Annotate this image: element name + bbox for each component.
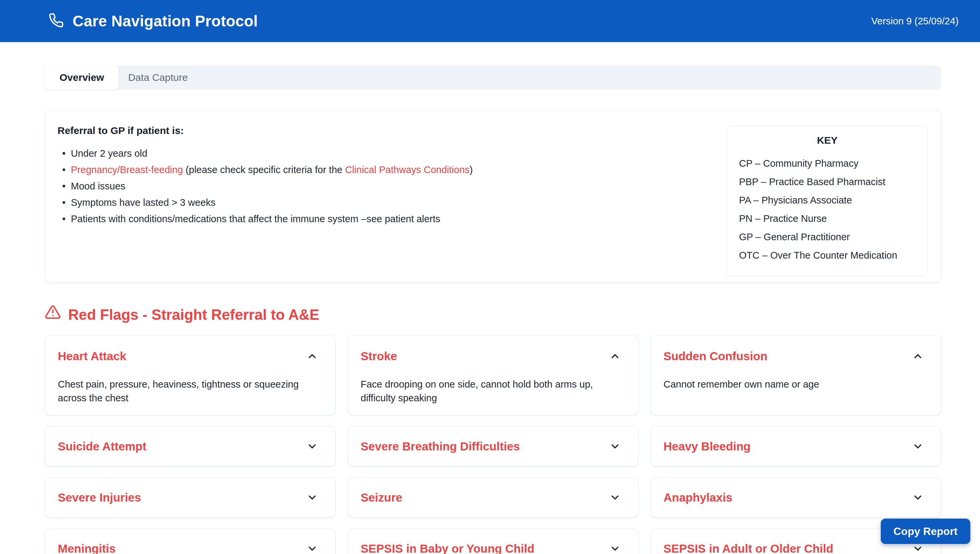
red-flags-heading-text: Red Flags - Straight Referral to A&E	[68, 305, 319, 325]
chevron-down-icon[interactable]	[609, 492, 621, 503]
key-item-list: CP – Community Pharmacy PBP – Practice B…	[739, 154, 927, 265]
red-flags-grid: Heart Attack Chest pain, pressure, heavi…	[45, 335, 941, 554]
card-title: Severe Breathing Difficulties	[361, 439, 520, 454]
referral-bullet: Under 2 years old	[57, 145, 473, 162]
phone-icon	[48, 13, 64, 29]
chevron-down-icon[interactable]	[306, 492, 318, 503]
card-description: Cannot remember own name or age	[663, 377, 924, 391]
red-flag-card-meningitis[interactable]: Meningitis	[45, 529, 336, 554]
clinical-pathways-link[interactable]: Clinical Pathways Conditions	[345, 164, 469, 175]
referral-bullet: Mood issues	[57, 178, 473, 194]
referral-bullet-list: Under 2 years old Pregnancy/Breast-feedi…	[57, 145, 473, 227]
card-toggle[interactable]: Seizure	[361, 490, 621, 505]
card-title: Meningitis	[58, 541, 116, 554]
red-flag-card-anaphylaxis[interactable]: Anaphylaxis	[650, 478, 941, 517]
version-label: Version 9 (25/09/24)	[872, 16, 959, 27]
referral-bullet: Pregnancy/Breast-feeding (please check s…	[57, 162, 473, 178]
card-title: Heart Attack	[58, 349, 126, 363]
key-item: OTC – Over The Counter Medication	[739, 246, 927, 265]
chevron-down-icon[interactable]	[609, 543, 621, 554]
tab-overview[interactable]: Overview	[45, 65, 119, 89]
card-toggle[interactable]: Suicide Attempt	[58, 439, 318, 454]
warning-icon	[45, 304, 61, 325]
tab-bar: Overview Data Capture	[45, 65, 941, 89]
chevron-up-icon[interactable]	[306, 350, 318, 362]
card-title: Heavy Bleeding	[663, 439, 751, 454]
key-box: KEY CP – Community Pharmacy PBP – Practi…	[727, 126, 927, 276]
card-toggle[interactable]: Stroke	[361, 349, 621, 363]
card-toggle[interactable]: SEPSIS in Baby or Young Child	[361, 541, 621, 554]
chevron-down-icon[interactable]	[912, 543, 924, 554]
referral-bullet: Patients with conditions/medications tha…	[57, 211, 473, 227]
card-title: Suicide Attempt	[58, 439, 147, 454]
key-item: PN – Practice Nurse	[739, 210, 927, 228]
referral-card: Referral to GP if patient is: Under 2 ye…	[45, 110, 941, 283]
card-toggle[interactable]: Sudden Confusion	[663, 349, 924, 363]
chevron-down-icon[interactable]	[912, 492, 924, 503]
red-flag-card-heart-attack[interactable]: Heart Attack Chest pain, pressure, heavi…	[45, 335, 336, 416]
red-flag-card-sudden-confusion[interactable]: Sudden Confusion Cannot remember own nam…	[650, 335, 941, 416]
bullet-text: Symptoms have lasted > 3 weeks	[71, 197, 215, 208]
card-toggle[interactable]: Heavy Bleeding	[663, 439, 924, 454]
card-title: Seizure	[361, 490, 402, 505]
red-flag-card-suicide-attempt[interactable]: Suicide Attempt	[45, 427, 336, 466]
chevron-down-icon[interactable]	[912, 441, 924, 452]
red-flag-card-sepsis-baby[interactable]: SEPSIS in Baby or Young Child	[347, 529, 638, 554]
bullet-text: Patients with conditions/medications tha…	[71, 213, 440, 224]
referral-heading: Referral to GP if patient is:	[57, 125, 473, 137]
bullet-text: (please check specific criteria for the	[183, 164, 345, 175]
card-toggle[interactable]: Severe Breathing Difficulties	[361, 439, 621, 454]
bullet-text: Mood issues	[71, 181, 125, 191]
page-title: Care Navigation Protocol	[73, 12, 258, 30]
bullet-text: )	[470, 164, 473, 175]
chevron-up-icon[interactable]	[609, 350, 621, 362]
card-toggle[interactable]: Heart Attack	[58, 349, 318, 363]
tab-data-capture[interactable]: Data Capture	[119, 65, 197, 89]
card-title: Sudden Confusion	[663, 349, 767, 363]
red-flag-card-seizure[interactable]: Seizure	[347, 478, 638, 517]
app-header: Care Navigation Protocol Version 9 (25/0…	[0, 0, 980, 42]
card-title: SEPSIS in Adult or Older Child	[663, 541, 833, 554]
key-heading: KEY	[739, 134, 915, 146]
key-item: GP – General Practitioner	[739, 228, 927, 246]
pregnancy-link[interactable]: Pregnancy/Breast-feeding	[71, 164, 183, 175]
referral-bullet: Symptoms have lasted > 3 weeks	[57, 194, 473, 211]
card-toggle[interactable]: Severe Injuries	[58, 490, 318, 505]
chevron-down-icon[interactable]	[306, 543, 318, 554]
key-item: PA – Physicians Associate	[739, 191, 927, 210]
key-item: PBP – Practice Based Pharmacist	[739, 173, 927, 191]
card-title: Stroke	[361, 349, 397, 363]
card-title: Anaphylaxis	[663, 490, 732, 505]
card-title: SEPSIS in Baby or Young Child	[361, 541, 534, 554]
red-flag-card-stroke[interactable]: Stroke Face drooping on one side, cannot…	[347, 335, 638, 416]
chevron-down-icon[interactable]	[306, 441, 318, 452]
chevron-up-icon[interactable]	[912, 350, 924, 362]
red-flag-card-heavy-bleeding[interactable]: Heavy Bleeding	[650, 427, 941, 466]
copy-report-button[interactable]: Copy Report	[881, 519, 970, 544]
red-flag-card-severe-injuries[interactable]: Severe Injuries	[45, 478, 336, 517]
card-description: Chest pain, pressure, heaviness, tightne…	[58, 377, 318, 405]
card-title: Severe Injuries	[58, 490, 141, 505]
red-flag-card-severe-breathing-difficulties[interactable]: Severe Breathing Difficulties	[347, 427, 638, 466]
chevron-down-icon[interactable]	[609, 441, 621, 452]
card-description: Face drooping on one side, cannot hold b…	[361, 377, 621, 405]
red-flags-heading: Red Flags - Straight Referral to A&E	[45, 304, 941, 325]
bullet-text: Under 2 years old	[71, 148, 147, 159]
card-toggle[interactable]: Anaphylaxis	[663, 490, 924, 505]
card-toggle[interactable]: Meningitis	[58, 541, 318, 554]
key-item: CP – Community Pharmacy	[739, 154, 927, 173]
